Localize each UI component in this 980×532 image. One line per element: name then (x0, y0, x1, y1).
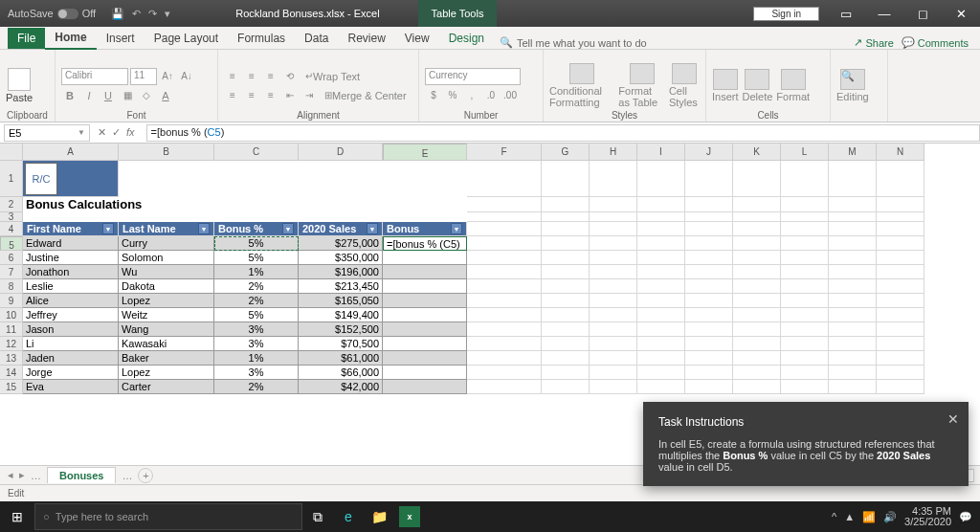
cell-K12[interactable] (733, 337, 781, 351)
cell-I2[interactable] (637, 197, 685, 212)
cell-a1[interactable]: R/C (23, 161, 119, 197)
cell-I1[interactable] (637, 161, 685, 197)
cell-J13[interactable] (685, 351, 733, 366)
prev-sheet-icon[interactable]: ◂ (8, 469, 13, 481)
task-view-icon[interactable]: ⧉ (302, 501, 333, 532)
cell-H14[interactable] (590, 366, 637, 380)
tab-review[interactable]: Review (338, 28, 394, 49)
underline-button[interactable]: U (100, 87, 117, 104)
tab-data[interactable]: Data (295, 28, 338, 49)
cell-I4[interactable] (637, 222, 685, 236)
cell-F15[interactable] (467, 380, 542, 394)
close-task-icon[interactable]: ✕ (947, 411, 959, 427)
cell-C6[interactable]: 5% (214, 251, 299, 265)
delete-cells-button[interactable]: Delete (743, 69, 773, 102)
cell-J8[interactable] (685, 279, 733, 294)
cell-J1[interactable] (685, 161, 733, 197)
cell-L13[interactable] (781, 351, 829, 366)
shrink-font-icon[interactable]: A↓ (178, 68, 195, 85)
cell-I15[interactable] (637, 380, 685, 394)
cell-title[interactable]: Bonus Calculations (23, 197, 214, 212)
cell-L8[interactable] (781, 279, 829, 294)
grow-font-icon[interactable]: A↑ (159, 68, 176, 85)
cell-K11[interactable] (733, 322, 781, 337)
cell-E6[interactable] (383, 251, 467, 265)
cell-A9[interactable]: Alice (23, 294, 119, 308)
tab-formulas[interactable]: Formulas (228, 28, 295, 49)
cell-A15[interactable]: Eva (23, 380, 119, 394)
cell-C12[interactable]: 3% (214, 337, 299, 351)
cell-N11[interactable] (877, 322, 924, 337)
col-header-G[interactable]: G (542, 144, 590, 161)
cell-I8[interactable] (637, 279, 685, 294)
cell-J10[interactable] (685, 308, 733, 322)
cell-J2[interactable] (685, 197, 733, 212)
wrap-text-button[interactable]: ↵ Wrap Text (301, 68, 365, 85)
cell-L4[interactable] (781, 222, 829, 236)
cell-K5[interactable] (733, 236, 781, 251)
cancel-formula-icon[interactable]: ✕ (98, 126, 106, 139)
row-header-8[interactable]: 8 (0, 279, 23, 294)
cell-M11[interactable] (829, 322, 877, 337)
editing-button[interactable]: 🔍Editing (836, 69, 869, 102)
volume-icon[interactable]: 🔊 (883, 511, 897, 523)
cell-K1[interactable] (733, 161, 781, 197)
clock-date[interactable]: 3/25/2020 (904, 517, 951, 527)
row-header-3[interactable]: 3 (0, 212, 23, 222)
cell-I5[interactable] (637, 236, 685, 251)
format-as-table-button[interactable]: Format as Table (618, 63, 665, 108)
col-header-A[interactable]: A (23, 144, 119, 161)
cell-G11[interactable] (542, 322, 590, 337)
maximize-button[interactable]: ◻ (903, 0, 942, 27)
cell-J7[interactable] (685, 265, 733, 279)
cell-I13[interactable] (637, 351, 685, 366)
col-header-E[interactable]: E (383, 144, 467, 161)
cell-I9[interactable] (637, 294, 685, 308)
cell-N15[interactable] (877, 380, 924, 394)
cell-G14[interactable] (542, 366, 590, 380)
cell-L2[interactable] (781, 197, 829, 212)
cell-J14[interactable] (685, 366, 733, 380)
cell-E10[interactable] (383, 308, 467, 322)
autosave-toggle[interactable]: AutoSaveOff (0, 8, 103, 19)
cell-N3[interactable] (877, 212, 924, 222)
cell-B12[interactable]: Kawasaki (119, 337, 214, 351)
align-right-icon[interactable]: ≡ (262, 87, 279, 104)
currency-icon[interactable]: $ (425, 87, 442, 104)
cell-E8[interactable] (383, 279, 467, 294)
sign-in-button[interactable]: Sign in (753, 7, 819, 21)
cell-L9[interactable] (781, 294, 829, 308)
cell-M7[interactable] (829, 265, 877, 279)
cell-J9[interactable] (685, 294, 733, 308)
cell-K10[interactable] (733, 308, 781, 322)
cell-M2[interactable] (829, 197, 877, 212)
cell-G1[interactable] (542, 161, 590, 197)
cell-G6[interactable] (542, 251, 590, 265)
align-mid-icon[interactable]: ≡ (243, 68, 260, 85)
cell-G10[interactable] (542, 308, 590, 322)
share-button[interactable]: ↗Share (854, 36, 893, 49)
cell-D14[interactable]: $66,000 (299, 366, 383, 380)
cell-H12[interactable] (590, 337, 637, 351)
orientation-icon[interactable]: ⟲ (281, 68, 299, 85)
cell-E7[interactable] (383, 265, 467, 279)
tell-me-search[interactable]: 🔍Tell me what you want to do (500, 36, 647, 49)
cell-I6[interactable] (637, 251, 685, 265)
dec-decimal-icon[interactable]: .00 (501, 87, 519, 104)
row-header-15[interactable]: 15 (0, 380, 23, 394)
cell-M3[interactable] (829, 212, 877, 222)
row-header-5[interactable]: 5 (0, 236, 23, 251)
cell-M15[interactable] (829, 380, 877, 394)
cell-N8[interactable] (877, 279, 924, 294)
cell-M1[interactable] (829, 161, 877, 197)
cell-N12[interactable] (877, 337, 924, 351)
tab-page-layout[interactable]: Page Layout (145, 28, 228, 49)
qat-dropdown-icon[interactable]: ▾ (165, 8, 170, 20)
cell-H7[interactable] (590, 265, 637, 279)
font-size-select[interactable]: 11 (130, 68, 157, 85)
cell-K2[interactable] (733, 197, 781, 212)
cell-A7[interactable]: Jonathon (23, 265, 119, 279)
cell-C13[interactable]: 1% (214, 351, 299, 366)
cell-G7[interactable] (542, 265, 590, 279)
taskbar-search[interactable]: ○ Type here to search (34, 503, 302, 530)
